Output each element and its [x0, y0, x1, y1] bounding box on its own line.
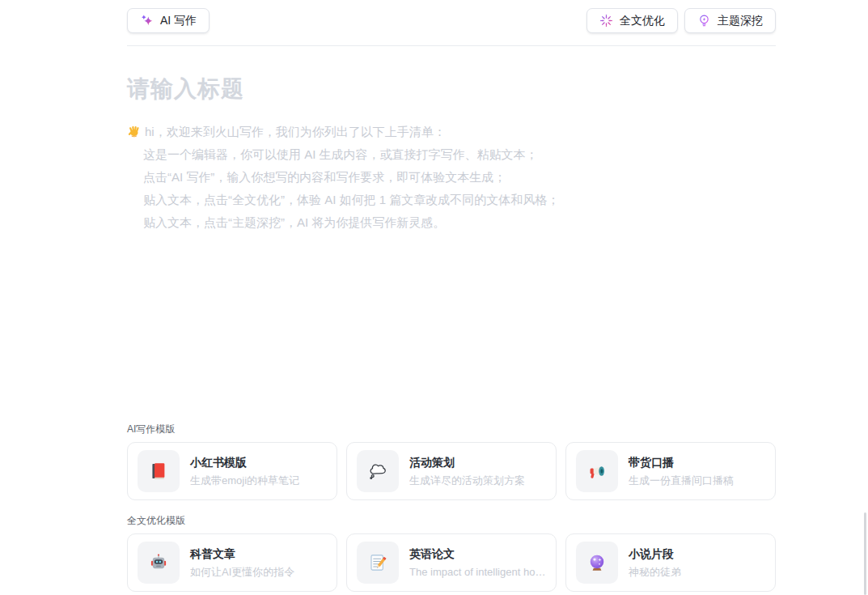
waving-hand-icon: [127, 123, 142, 138]
crystal-ball-icon: [576, 542, 618, 584]
template-card-xiaohongshu[interactable]: 小红书模版 生成带emoji的种草笔记: [127, 442, 337, 500]
card-subtitle: 如何让AI更懂你的指令: [190, 565, 294, 579]
magic-burst-icon: [599, 14, 613, 28]
section-label-ai-write: AI写作模版: [127, 423, 776, 436]
card-title: 小说片段: [629, 546, 681, 561]
checklist-item: 这是一个编辑器，你可以使用 AI 生成内容，或直接打字写作、粘贴文本；: [143, 143, 776, 166]
card-title: 活动策划: [409, 455, 525, 470]
card-subtitle: 神秘的徒弟: [629, 565, 681, 579]
editor-page: AI 写作 全文优化: [0, 0, 868, 595]
deep-dig-button[interactable]: 主题深挖: [684, 8, 776, 33]
vertical-scrollbar-thumb[interactable]: [864, 512, 866, 595]
card-subtitle: The impact of intelligent hou…: [409, 565, 548, 579]
card-title: 小红书模版: [190, 455, 299, 470]
card-subtitle: 生成带emoji的种草笔记: [190, 474, 299, 487]
memo-icon: [357, 542, 399, 584]
card-subtitle: 生成一份直播间口播稿: [629, 474, 734, 487]
checklist-item: 贴入文本，点击“全文优化”，体验 AI 如何把 1 篇文章改成不同的文体和风格；: [143, 189, 776, 211]
toolbar-right-group: 全文优化 主题深挖: [586, 8, 776, 33]
card-text: 小红书模版 生成带emoji的种草笔记: [190, 455, 307, 487]
card-title: 科普文章: [190, 546, 294, 561]
sparkles-icon: [140, 14, 154, 28]
checklist-item: 贴入文本，点击“主题深挖”，AI 将为你提供写作新灵感。: [143, 211, 776, 234]
card-text: 活动策划 生成详尽的活动策划方案: [409, 455, 533, 487]
bulb-bolt-icon: [697, 14, 711, 28]
welcome-text: hi，欢迎来到火山写作，我们为你列出了以下上手清单：: [145, 125, 446, 138]
toolbar-divider: [127, 45, 776, 46]
deep-dig-label: 主题深挖: [718, 14, 763, 28]
ai-write-card-row: 小红书模版 生成带emoji的种草笔记 活动策划 生成详尽的活动策划方案: [127, 442, 776, 500]
card-text: 小说片段 神秘的徒弟: [629, 546, 689, 579]
ai-write-label: AI 写作: [160, 14, 197, 28]
ai-write-button[interactable]: AI 写作: [127, 8, 210, 33]
title-input[interactable]: 请输入标题: [127, 76, 776, 102]
optimize-button[interactable]: 全文优化: [586, 8, 678, 33]
card-title: 带货口播: [629, 455, 734, 470]
optimize-card-row: 科普文章 如何让AI更懂你的指令: [127, 533, 776, 592]
card-subtitle: 生成详尽的活动策划方案: [409, 474, 525, 487]
megaphone-icon: [576, 450, 618, 492]
template-card-english-essay[interactable]: 英语论文 The impact of intelligent hou…: [346, 533, 557, 592]
template-card-event-planning[interactable]: 活动策划 生成详尽的活动策划方案: [346, 442, 557, 500]
editor-body[interactable]: hi，欢迎来到火山写作，我们为你列出了以下上手清单： 这是一个编辑器，你可以使用…: [127, 121, 776, 234]
red-book-icon: [138, 450, 180, 492]
welcome-line: hi，欢迎来到火山写作，我们为你列出了以下上手清单：: [127, 121, 776, 143]
thought-bubble-icon: [357, 450, 399, 492]
card-text: 英语论文 The impact of intelligent hou…: [409, 546, 556, 579]
template-card-science-article[interactable]: 科普文章 如何让AI更懂你的指令: [127, 533, 337, 592]
template-card-live-sales[interactable]: 带货口播 生成一份直播间口播稿: [565, 442, 776, 500]
robot-icon: [138, 542, 180, 584]
card-title: 英语论文: [409, 546, 548, 561]
template-panel: AI写作模版 小红书模版 生成带emoji的种草笔记: [127, 423, 776, 592]
section-label-optimize: 全文优化模版: [127, 514, 776, 527]
editor-toolbar: AI 写作 全文优化: [127, 0, 776, 33]
card-text: 科普文章 如何让AI更懂你的指令: [190, 546, 303, 579]
checklist-item: 点击“AI 写作”，输入你想写的内容和写作要求，即可体验文本生成；: [143, 166, 776, 189]
optimize-label: 全文优化: [620, 14, 665, 28]
onboarding-checklist: 这是一个编辑器，你可以使用 AI 生成内容，或直接打字写作、粘贴文本； 点击“A…: [127, 143, 776, 234]
template-card-novel-snippet[interactable]: 小说片段 神秘的徒弟: [565, 533, 776, 592]
card-text: 带货口播 生成一份直播间口播稿: [629, 455, 742, 487]
